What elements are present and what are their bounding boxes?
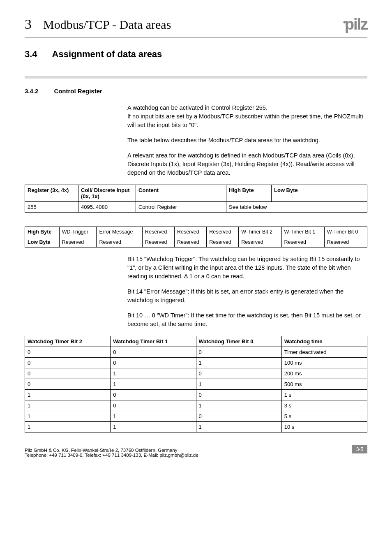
table-cell: 1 — [111, 368, 196, 379]
chapter-line: 3 Modbus/TCP - Data areas — [25, 16, 171, 32]
chapter-title: Modbus/TCP - Data areas — [43, 18, 171, 32]
table-cell: 5 s — [281, 411, 367, 422]
byte-bits-table: High Byte WD-Trigger Error Message Reser… — [25, 227, 367, 247]
table-cell: Control Register — [136, 202, 226, 213]
table-row: High Byte WD-Trigger Error Message Reser… — [25, 227, 367, 237]
table-cell: 100 ms — [281, 358, 367, 368]
table-cell: W-Timer Bit 2 — [239, 227, 281, 237]
table-cell: Reserved — [324, 237, 367, 247]
table-cell: Reserved — [142, 237, 174, 247]
table-row: 1013 s — [25, 400, 367, 411]
page-number: 3-5 — [352, 445, 367, 453]
table-cell: 0 — [111, 358, 196, 368]
table-cell: Reserved — [239, 237, 281, 247]
paragraph-text: The table below describes the Modbus/TCP… — [127, 136, 367, 145]
table-cell: Reserved — [207, 237, 239, 247]
content-column: Bit 15 "Watchdog Trigger": The watchdog … — [127, 255, 367, 328]
table-cell: 1 — [111, 422, 196, 432]
table-header: Watchdog Timer Bit 2 — [25, 336, 111, 347]
section-number: 3.4 — [25, 49, 37, 60]
table-cell: 0 — [196, 390, 281, 400]
content-column: A watchdog can be activated in Control R… — [127, 104, 367, 177]
table-row: 011500 ms — [25, 379, 367, 390]
table-cell: W-Timer Bit 0 — [324, 227, 367, 237]
table-row: 1105 s — [25, 411, 367, 422]
register-table: Register (3x, 4x) Coil/ Discrete Input (… — [25, 185, 367, 213]
table-cell: 0 — [196, 368, 281, 379]
table-cell: 1 — [111, 411, 196, 422]
table-cell: 0 — [196, 411, 281, 422]
table-cell: 4095..4080 — [78, 202, 136, 213]
table-cell: Reserved — [97, 237, 143, 247]
table-cell: 0 — [111, 400, 196, 411]
table-cell: 0 — [25, 358, 111, 368]
watchdog-timer-table: Watchdog Timer Bit 2 Watchdog Timer Bit … — [25, 336, 367, 432]
table-cell: Timer deactivated — [281, 347, 367, 358]
table-cell: W-Timer Bit 1 — [281, 227, 324, 237]
subsection-title: Control Register — [54, 88, 102, 95]
table-cell: Error Message — [97, 227, 143, 237]
table-cell: 0 — [196, 347, 281, 358]
table-cell: 10 s — [281, 422, 367, 432]
chapter-number: 3 — [25, 16, 32, 32]
table-cell: 1 — [111, 379, 196, 390]
table-header: Watchdog time — [281, 336, 367, 347]
section-divider — [25, 76, 367, 79]
subsection-number: 3.4.2 — [25, 88, 38, 95]
section-title: Assignment of data areas — [52, 49, 162, 60]
table-cell: 0 — [25, 368, 111, 379]
paragraph-text: Bit 10 … 8 "WD Timer": If the set time f… — [127, 311, 367, 328]
table-cell: 0 — [111, 390, 196, 400]
table-cell: 0 — [111, 347, 196, 358]
table-cell: Reserved — [142, 227, 174, 237]
table-cell: 0 — [25, 347, 111, 358]
table-cell: See table below — [226, 202, 367, 213]
footer-line: Telephone: +49 711 3409-0, Telefax: +49 … — [25, 453, 198, 458]
logo-text: pilz — [345, 16, 367, 32]
table-header: Watchdog Timer Bit 1 — [111, 336, 196, 347]
table-header: Register (3x, 4x) — [25, 185, 78, 202]
table-cell: 1 — [196, 379, 281, 390]
table-row: Low Byte Reserved Reserved Reserved Rese… — [25, 237, 367, 247]
table-cell: Reserved — [59, 237, 97, 247]
footer-line: Pilz GmbH & Co. KG, Felix-Wankel-Straße … — [25, 448, 178, 453]
table-cell: WD-Trigger — [59, 227, 97, 237]
subsection-heading: 3.4.2 Control Register — [25, 88, 367, 95]
paragraph-text: Bit 15 "Watchdog Trigger": The watchdog … — [127, 255, 367, 281]
table-cell: 255 — [25, 202, 78, 213]
table-cell: 3 s — [281, 400, 367, 411]
table-cell: 200 ms — [281, 368, 367, 379]
table-cell: 1 — [25, 422, 111, 432]
table-cell: 0 — [25, 379, 111, 390]
table-header: Coil/ Discrete Input (0x, 1x) — [78, 185, 136, 202]
paragraph-text: A relevant area for the watchdog is defi… — [127, 151, 367, 177]
page-header: 3 Modbus/TCP - Data areas ● pilz — [25, 16, 367, 37]
paragraph-text: A watchdog can be activated in Control R… — [127, 104, 267, 111]
table-header: Content — [136, 185, 226, 202]
table-row: 000Timer deactivated — [25, 347, 367, 358]
table-cell: 1 — [25, 411, 111, 422]
table-header: High Byte — [226, 185, 272, 202]
paragraph-text: Bit 14 "Error Message": If this bit is s… — [127, 287, 367, 305]
table-row: 010200 ms — [25, 368, 367, 379]
footer-address: Pilz GmbH & Co. KG, Felix-Wankel-Straße … — [25, 448, 198, 458]
table-row: 1001 s — [25, 390, 367, 400]
page-footer: Pilz GmbH & Co. KG, Felix-Wankel-Straße … — [25, 445, 367, 458]
section-heading: 3.4 Assignment of data areas — [25, 49, 367, 60]
table-row: Register (3x, 4x) Coil/ Discrete Input (… — [25, 185, 367, 202]
pilz-logo: ● pilz — [343, 16, 367, 32]
table-cell: 1 — [196, 422, 281, 432]
table-cell: 500 ms — [281, 379, 367, 390]
table-header: Watchdog Timer Bit 0 — [196, 336, 281, 347]
table-cell: High Byte — [25, 227, 60, 237]
paragraph-text: If no input bits are set by a Modbus/TCP… — [127, 113, 363, 128]
table-cell: 1 — [196, 400, 281, 411]
table-cell: 1 — [196, 358, 281, 368]
table-cell: 1 — [25, 390, 111, 400]
table-cell: Reserved — [175, 227, 207, 237]
table-row: 001100 ms — [25, 358, 367, 368]
table-cell: Reserved — [207, 227, 239, 237]
table-cell: Reserved — [175, 237, 207, 247]
table-row: 11110 s — [25, 422, 367, 432]
table-row: Watchdog Timer Bit 2 Watchdog Timer Bit … — [25, 336, 367, 347]
